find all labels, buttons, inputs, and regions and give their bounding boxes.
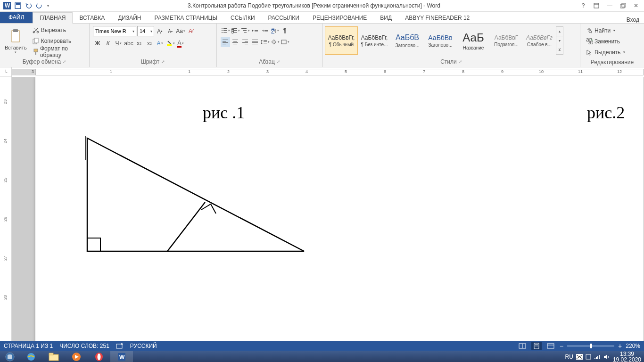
view-web-icon[interactable] [545, 342, 556, 350]
tray-date[interactable]: 19.02.2020 [613, 357, 641, 362]
change-case-button[interactable]: Aa [176, 26, 185, 36]
find-button[interactable]: Найти▾ [584, 25, 640, 36]
save-icon[interactable] [13, 0, 23, 11]
view-read-icon[interactable] [517, 342, 528, 350]
status-page[interactable]: СТРАНИЦА 1 ИЗ 1 [4, 343, 53, 349]
text-effects-button[interactable]: A [155, 38, 165, 49]
style-heading1[interactable]: АаБбВЗаголово... [391, 26, 424, 55]
tray-action-icon[interactable] [586, 354, 591, 360]
grow-font-button[interactable]: A▴ [155, 26, 165, 36]
ribbon-display-icon[interactable] [590, 1, 603, 10]
format-painter-button[interactable]: Формат по образцу [31, 47, 86, 57]
tray-volume-icon[interactable] [603, 354, 610, 360]
redo-icon[interactable] [34, 0, 45, 11]
style-subtle[interactable]: АаБбВвГгСлабое в... [523, 26, 556, 55]
page[interactable]: рис .1 рис.2 [35, 77, 644, 341]
decrease-indent-button[interactable] [250, 25, 260, 36]
shrink-font-button[interactable]: A▾ [165, 26, 175, 36]
paste-button[interactable]: Вставить ▾ [2, 25, 30, 58]
status-language[interactable]: РУССКИЙ [130, 343, 157, 349]
subscript-button[interactable]: x2 [134, 38, 144, 49]
align-left-button[interactable] [221, 37, 230, 47]
zoom-in-button[interactable]: + [618, 342, 622, 350]
replace-button[interactable]: abacЗаменить [584, 36, 640, 47]
help-icon[interactable]: ? [577, 1, 589, 10]
tray-network-icon[interactable] [594, 354, 601, 360]
tray-lang[interactable]: RU [565, 354, 573, 360]
tab-insert[interactable]: ВСТАВКА [73, 13, 111, 23]
start-button[interactable] [0, 351, 20, 362]
bold-button[interactable]: Ж [93, 38, 102, 49]
justify-button[interactable] [250, 37, 260, 47]
superscript-button[interactable]: x2 [145, 38, 154, 49]
font-name-combo[interactable]: Times New R [93, 26, 136, 36]
bullets-button[interactable] [221, 25, 230, 36]
tab-view[interactable]: ВИД [373, 13, 398, 23]
zoom-level[interactable]: 220% [626, 343, 640, 349]
tab-file[interactable]: ФАЙЛ [0, 12, 33, 23]
taskbar-word-icon[interactable]: W [110, 351, 133, 362]
shading-button[interactable] [270, 37, 280, 47]
font-launcher-icon[interactable]: ⤢ [161, 59, 165, 64]
horizontal-ruler[interactable]: 3 1 1 2 3 4 5 6 7 8 9 10 11 12 [12, 67, 644, 77]
paragraph-launcher-icon[interactable]: ⤢ [277, 59, 281, 64]
tab-abbyy[interactable]: ABBYY FineReader 12 [398, 13, 476, 23]
taskbar-opera-icon[interactable] [88, 351, 110, 362]
tray-flag-icon[interactable] [576, 354, 583, 360]
taskbar-media-icon[interactable] [65, 351, 88, 362]
tab-mailings[interactable]: РАССЫЛКИ [262, 13, 306, 23]
style-title[interactable]: АаБНазвание [457, 26, 490, 55]
show-marks-button[interactable]: ¶ [280, 25, 289, 36]
strike-button[interactable]: abc [124, 38, 133, 49]
styles-down-icon[interactable]: ▾ [556, 36, 563, 46]
taskbar-explorer-icon[interactable] [42, 351, 65, 362]
zoom-slider[interactable] [567, 345, 614, 347]
tab-home[interactable]: ГЛАВНАЯ [33, 12, 73, 24]
undo-icon[interactable] [24, 0, 34, 11]
styles-launcher-icon[interactable]: ⤢ [459, 59, 462, 64]
qat-dropdown-icon[interactable]: ▾ [45, 0, 51, 11]
styles-more-icon[interactable]: ⊻ [556, 45, 563, 54]
clear-format-button[interactable]: A⁄ [186, 26, 196, 36]
word-app-icon[interactable]: W [2, 0, 12, 11]
line-spacing-button[interactable] [260, 37, 270, 47]
taskbar-ie-icon[interactable] [20, 351, 42, 362]
tab-design[interactable]: ДИЗАЙН [111, 13, 148, 23]
sort-button[interactable]: AZ [270, 25, 280, 36]
borders-button[interactable] [280, 37, 289, 47]
vertical-ruler[interactable]: 23 24 25 26 27 28 [0, 77, 12, 341]
highlight-button[interactable] [165, 38, 175, 49]
tab-references[interactable]: ССЫЛКИ [224, 13, 261, 23]
status-proof-icon[interactable] [116, 343, 124, 349]
cut-button[interactable]: Вырезать [31, 25, 86, 35]
zoom-out-button[interactable]: − [560, 342, 563, 350]
increase-indent-button[interactable] [260, 25, 270, 36]
underline-button[interactable]: Ч [114, 38, 123, 49]
tab-layout[interactable]: РАЗМЕТКА СТРАНИЦЫ [148, 13, 224, 23]
select-button[interactable]: Выделить▾ [584, 47, 640, 58]
maximize-icon[interactable] [617, 1, 629, 10]
tab-review[interactable]: РЕЦЕНЗИРОВАНИЕ [306, 13, 373, 23]
style-normal[interactable]: АаБбВвГг,¶ Обычный [325, 26, 358, 55]
status-words[interactable]: ЧИСЛО СЛОВ: 251 [59, 343, 109, 349]
clipboard-launcher-icon[interactable]: ⤢ [63, 59, 66, 64]
tray-time[interactable]: 13:39 [620, 351, 634, 357]
numbering-button[interactable]: 123 [231, 25, 240, 36]
view-print-icon[interactable] [531, 342, 542, 350]
style-subtitle[interactable]: АаБбВвГПодзагол... [490, 26, 523, 55]
style-nospacing[interactable]: АаБбВвГг,¶ Без инте... [358, 26, 391, 55]
signin-link[interactable]: Вход [627, 16, 644, 23]
close-icon[interactable]: ✕ [630, 1, 642, 10]
style-heading2[interactable]: АаБбВвЗаголово... [424, 26, 457, 55]
minimize-icon[interactable]: — [603, 1, 616, 10]
styles-up-icon[interactable]: ▴ [556, 27, 563, 36]
font-size-combo[interactable]: 14 [137, 26, 154, 36]
italic-button[interactable]: К [103, 38, 113, 49]
copy-button[interactable]: Копировать [31, 36, 86, 46]
align-center-button[interactable] [231, 37, 240, 47]
styles-gallery[interactable]: АаБбВвГг,¶ Обычный АаБбВвГг,¶ Без инте..… [325, 25, 563, 57]
multilevel-button[interactable] [240, 25, 250, 36]
align-right-button[interactable] [240, 37, 250, 47]
font-color-button[interactable]: A [176, 38, 185, 49]
document-canvas[interactable]: рис .1 рис.2 [12, 77, 644, 341]
